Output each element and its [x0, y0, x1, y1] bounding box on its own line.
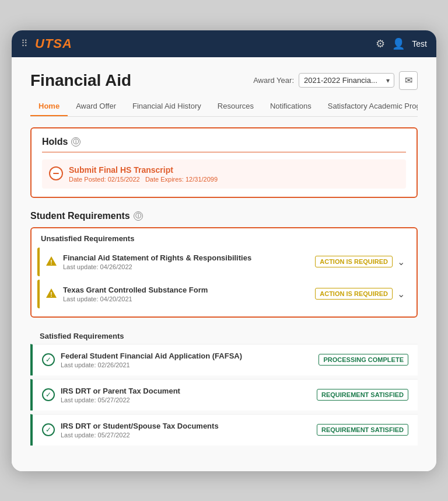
holds-info-icon[interactable]: ⓘ	[71, 137, 80, 147]
satisfied-item-2-date: Last update: 05/27/2022	[61, 396, 311, 403]
unsatisfied-item-1-chevron[interactable]: ⌄	[397, 256, 405, 267]
hold-item-text: Submit Final HS Transcript Date Posted: …	[69, 165, 218, 183]
page-title: Financial Aid	[30, 71, 131, 90]
unsatisfied-item-2-date: Last update: 04/20/2021	[63, 295, 309, 302]
unsatisfied-header: Unsatisfied Requirements	[32, 234, 416, 248]
grid-icon[interactable]: ⠿	[21, 38, 28, 49]
holds-title: Holds	[42, 137, 68, 147]
unsatisfied-item-1-info: Financial Aid Statement of Rights & Resp…	[63, 253, 309, 270]
satisfied-items-list: ✓ Federal Student Financial Aid Applicat…	[30, 344, 418, 447]
nav-right: ⚙ 👤 Test	[376, 37, 427, 50]
tab-satisfactory[interactable]: Satisfactory Academic Progress	[320, 97, 418, 116]
award-year-wrapper: Award Year: 2021-2022 Financia... 2020-2…	[253, 71, 418, 90]
student-requirements-section: Student Requirements ⓘ Unsatisfied Requi…	[30, 211, 418, 447]
user-name: Test	[412, 39, 427, 48]
unsatisfied-item-1-name: Financial Aid Statement of Rights & Resp…	[63, 253, 309, 262]
satisfied-item-1-date: Last update: 02/26/2021	[61, 361, 313, 368]
satisfied-item-3: ✓ IRS DRT or Student/Spouse Tax Document…	[30, 414, 418, 446]
unsatisfied-item-1-date: Last update: 04/26/2022	[63, 263, 309, 270]
unsatisfied-item-2: ! Texas Grant Controlled Substance Form …	[37, 280, 411, 308]
satisfied-item-1-badge: PROCESSING COMPLETE	[318, 354, 408, 366]
satisfied-item-2: ✓ IRS DRT or Parent Tax Document Last up…	[30, 379, 418, 410]
hold-date-posted: Date Posted: 02/15/2022	[69, 176, 140, 183]
nav-left: ⠿ UTSA	[21, 36, 72, 51]
satisfied-item-3-info: IRS DRT or Student/Spouse Tax Documents …	[61, 422, 311, 439]
unsatisfied-item-2-right: ACTION IS REQUIRED ⌄	[315, 288, 405, 300]
tab-navigation: Home Award Offer Financial Aid History R…	[30, 97, 418, 117]
award-year-select[interactable]: 2021-2022 Financia... 2020-2021 Financia…	[299, 73, 394, 88]
unsatisfied-item-2-row: ! Texas Grant Controlled Substance Form …	[40, 280, 411, 308]
check-icon-1: ✓	[42, 353, 55, 366]
utsa-logo: UTSA	[35, 36, 72, 51]
satisfied-item-2-name: IRS DRT or Parent Tax Document	[61, 387, 311, 395]
warning-icon-2: !	[46, 288, 57, 301]
satisfied-item-3-date: Last update: 05/27/2022	[61, 432, 311, 439]
tab-award-offer[interactable]: Award Offer	[68, 97, 124, 116]
award-year-dropdown[interactable]: 2021-2022 Financia... 2020-2021 Financia…	[299, 73, 394, 88]
unsatisfied-item-2-info: Texas Grant Controlled Substance Form La…	[63, 286, 309, 302]
hold-date-expires: Date Expires: 12/31/2099	[145, 176, 218, 183]
unsatisfied-item-1: ! Financial Aid Statement of Rights & Re…	[37, 248, 411, 276]
satisfied-item-2-info: IRS DRT or Parent Tax Document Last upda…	[61, 387, 311, 403]
tab-home[interactable]: Home	[30, 97, 68, 116]
hold-item: Submit Final HS Transcript Date Posted: …	[42, 159, 406, 189]
check-icon-2: ✓	[42, 388, 55, 401]
tab-financial-aid-history[interactable]: Financial Aid History	[124, 97, 209, 116]
student-requirements-title: Student Requirements ⓘ	[30, 211, 418, 221]
page-header: Financial Aid Award Year: 2021-2022 Fina…	[30, 71, 418, 90]
tab-notifications[interactable]: Notifications	[262, 97, 320, 116]
satisfied-item-3-name: IRS DRT or Student/Spouse Tax Documents	[61, 422, 311, 430]
unsatisfied-item-1-right: ACTION IS REQUIRED ⌄	[315, 256, 405, 267]
unsatisfied-requirements-block: Unsatisfied Requirements ! Financial Aid…	[30, 227, 418, 318]
satisfied-item-1: ✓ Federal Student Financial Aid Applicat…	[30, 344, 418, 375]
gear-icon[interactable]: ⚙	[376, 37, 385, 50]
unsatisfied-item-2-badge: ACTION IS REQUIRED	[315, 288, 393, 300]
svg-text:!: !	[50, 291, 52, 298]
hold-item-dates: Date Posted: 02/15/2022 Date Expires: 12…	[69, 176, 218, 183]
satisfied-item-2-badge: REQUIREMENT SATISFIED	[317, 389, 408, 401]
mail-icon[interactable]: ✉	[399, 71, 418, 90]
top-navigation: ⠿ UTSA ⚙ 👤 Test	[12, 30, 436, 57]
satisfied-item-1-name: Federal Student Financial Aid Applicatio…	[61, 352, 313, 360]
award-year-label: Award Year:	[253, 76, 294, 85]
unsatisfied-item-2-name: Texas Grant Controlled Substance Form	[63, 286, 309, 294]
unsatisfied-item-2-chevron[interactable]: ⌄	[397, 288, 405, 300]
unsatisfied-item-1-badge: ACTION IS REQUIRED	[315, 256, 393, 267]
holds-header: Holds ⓘ	[42, 137, 406, 152]
hold-stop-icon	[49, 166, 63, 180]
satisfied-item-1-info: Federal Student Financial Aid Applicatio…	[61, 352, 313, 368]
unsatisfied-item-1-row: ! Financial Aid Statement of Rights & Re…	[40, 248, 411, 276]
user-icon[interactable]: 👤	[392, 37, 405, 50]
hold-item-title: Submit Final HS Transcript	[69, 165, 218, 175]
svg-text:!: !	[50, 259, 52, 266]
holds-section: Holds ⓘ Submit Final HS Transcript Date …	[30, 127, 418, 198]
tab-resources[interactable]: Resources	[209, 97, 262, 116]
student-req-info-icon[interactable]: ⓘ	[134, 211, 143, 221]
warning-icon-1: !	[46, 256, 57, 269]
satisfied-requirements-section: Satisfied Requirements ✓ Federal Student…	[30, 326, 418, 447]
check-icon-3: ✓	[42, 423, 55, 436]
satisfied-header: Satisfied Requirements	[30, 326, 418, 344]
satisfied-item-3-badge: REQUIREMENT SATISFIED	[317, 424, 408, 436]
page-content: Financial Aid Award Year: 2021-2022 Fina…	[12, 57, 436, 471]
